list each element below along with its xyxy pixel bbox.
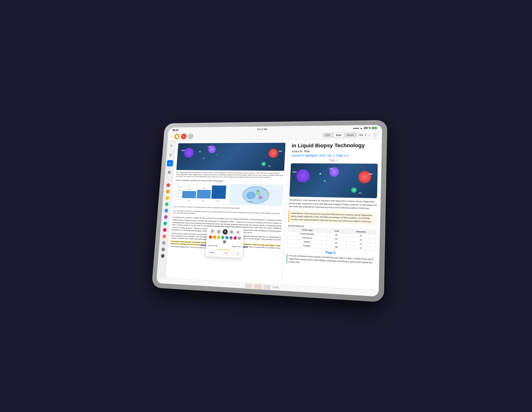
info-icon[interactable]: ℹ <box>365 133 366 137</box>
bar-2030: 22 Projected <box>211 185 226 199</box>
svg-text:Cytoplasm: Cytoplasm <box>247 201 253 203</box>
back-button[interactable]: ‹ <box>171 134 173 139</box>
color-blue[interactable] <box>164 208 168 212</box>
pathway-diagram: Early Endo. MVB Exosomes Cytoplasm <box>228 184 284 206</box>
note-journal: Journal of Highlights, 2020, Vol. 1, Pag… <box>291 154 378 157</box>
note-title: in Liquid Biopsy Technology <box>291 142 378 149</box>
note-ev <box>351 187 357 193</box>
note-highlight-box: Nevertheless, they represent an importan… <box>288 210 376 225</box>
ev-cell <box>261 162 266 166</box>
bar-2008: 12.5 <box>182 191 196 198</box>
survival-rate-table: Survival Rate [%] Cancer type Local Meta… <box>287 225 376 251</box>
rbc-cell <box>268 149 278 158</box>
search-icon[interactable]: ⌕ <box>368 133 370 137</box>
ann-color-pink[interactable] <box>233 236 237 239</box>
sidebar-tool-image[interactable]: 🖼 <box>166 169 172 175</box>
share-action-icon[interactable]: ↑ <box>372 132 378 137</box>
note-page3-text: EVs are membrane bound vesicles secreted… <box>286 254 376 268</box>
color-yellow[interactable] <box>165 196 169 200</box>
ann-tool-s[interactable]: S <box>209 228 215 234</box>
both-segment-btn[interactable]: Both <box>333 133 344 137</box>
battery-level: 100 <box>363 126 368 129</box>
sidebar-tool-a[interactable]: A <box>167 160 173 166</box>
ann-tool-a[interactable]: A <box>222 229 228 234</box>
pdf-segment-btn[interactable]: PDF <box>323 133 333 137</box>
bar-chart-bars: 12.5 14.1 22 Projected <box>181 185 226 200</box>
chart-area: 22 million 17 million 11 million 6 milli… <box>174 183 284 206</box>
color-orange[interactable] <box>166 189 169 193</box>
annotation-popup: S U A ⊖ 🗑 <box>205 227 244 258</box>
ann-tool-delete[interactable]: 🗑 <box>235 229 240 235</box>
pdf-number-text: number is expected to increase to 22 mil… <box>175 179 284 183</box>
page-count: 2 of 5 <box>272 286 279 289</box>
ann-color-gray[interactable] <box>238 236 241 240</box>
color-lightred[interactable] <box>162 234 166 238</box>
svg-text:Exosomes: Exosomes <box>262 189 266 190</box>
small-cell-1 <box>199 151 201 152</box>
status-time: 09:41 <box>172 129 179 131</box>
color-purple[interactable] <box>164 215 167 219</box>
rbc-label: RBC <box>279 150 282 152</box>
small-cell-3 <box>217 154 218 155</box>
page-thumb-3[interactable] <box>263 285 271 289</box>
ev-label: EV <box>268 165 271 167</box>
note-rbc-label: RBC <box>368 173 373 175</box>
wbc-cell <box>183 148 194 158</box>
chart-y-labels: 22 million 17 million 11 million 6 milli… <box>176 186 181 200</box>
aa-icon[interactable]: Aa <box>359 133 363 137</box>
page-thumb-1[interactable] <box>245 284 252 288</box>
ann-color-darkgray[interactable] <box>223 240 226 243</box>
ann-tool-lasso[interactable]: ⊖ <box>229 229 234 235</box>
main-content: S U A 🖼 <box>157 139 382 290</box>
svg-text:Endo.: Endo. <box>256 191 259 192</box>
annotation-tool-bar: S U A ⊖ 🗑 <box>209 228 242 235</box>
sidebar-tool-u[interactable]: U <box>167 151 174 158</box>
color-pink[interactable] <box>162 228 166 232</box>
doc-icon[interactable]: 📄 <box>174 133 180 139</box>
page-thumb-2[interactable] <box>254 284 262 289</box>
bar-chart: 22 million 17 million 11 million 6 milli… <box>174 183 228 205</box>
status-icons: ●●●● ▲ 100 % <box>353 126 377 129</box>
note-wbc-label: WBC <box>292 171 297 173</box>
note-wbc <box>296 169 310 183</box>
wbc-label: WBC <box>181 149 185 151</box>
ann-color-purple[interactable] <box>229 236 232 239</box>
notes-right-panel: in Liquid Biopsy Technology Jonas M. Rib… <box>282 139 382 290</box>
preview-val2: 31 <box>237 252 239 254</box>
annotation-colors <box>208 235 241 244</box>
color-red[interactable] <box>166 183 170 187</box>
ann-color-blue[interactable] <box>225 236 228 239</box>
battery-icon: % <box>369 126 371 129</box>
fig3-caption: Fig. 3 Pathways to secretion of extracel… <box>173 209 282 217</box>
annotation-icon[interactable]: A <box>181 133 187 139</box>
pathway-visual: Early Endo. MVB Exosomes Cytoplasm <box>229 185 283 205</box>
table-header-local: Local <box>327 228 346 233</box>
figure-1-image: WBC CTC RBC EV <box>176 142 285 171</box>
chart-x-labels: 2008 2012 2030 <box>181 199 225 202</box>
note-body-text: Nevertheless, they represent an importan… <box>289 198 377 210</box>
ann-color-green[interactable] <box>221 235 224 239</box>
notes-segment-btn[interactable]: Notes <box>344 133 356 137</box>
sidebar-tool-s[interactable]: S <box>168 142 174 149</box>
table-cell-local: >99 <box>326 244 346 249</box>
toolbar-icons: 📄 A ↑ <box>174 132 320 139</box>
color-lightgray[interactable] <box>162 241 165 245</box>
color-darkgray[interactable] <box>161 254 164 258</box>
bar-2012: 14.1 <box>196 190 211 199</box>
note-ctc-label: CTC <box>329 168 333 170</box>
ann-tool-u[interactable]: U <box>216 229 221 234</box>
ann-color-yellow[interactable] <box>217 235 220 239</box>
note-rbc <box>358 171 371 183</box>
pdf-left-panel: WBC CTC RBC EV Fig. 1 Diagnosing disease… <box>165 140 288 285</box>
color-green[interactable] <box>165 202 168 206</box>
view-segment-control: PDF Both Notes <box>322 132 357 138</box>
share-icon[interactable]: ↑ <box>188 133 194 139</box>
annotation-user: Jonas M. Ribe <box>208 244 218 247</box>
ann-color-orange[interactable] <box>213 235 216 239</box>
color-gray[interactable] <box>161 247 165 251</box>
color-teal[interactable] <box>163 222 167 225</box>
ann-color-red[interactable] <box>209 235 212 239</box>
note-small2 <box>324 180 325 182</box>
signal-icon: ●●●● <box>353 127 359 129</box>
note-author: Jonas M. Ribe <box>291 150 378 153</box>
